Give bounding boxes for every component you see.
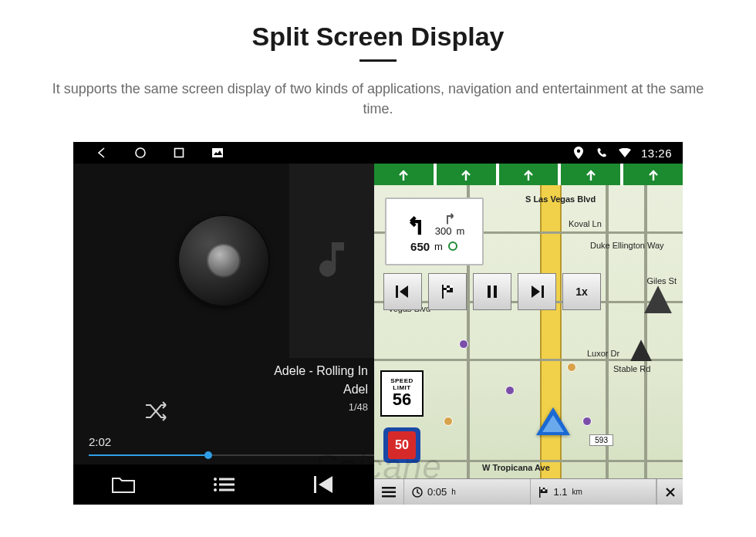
track-info: Adele - Rolling In Adel 1/48	[274, 364, 368, 413]
title-underline	[359, 59, 397, 62]
playback-progress[interactable]: 2:02	[89, 435, 374, 456]
sim-speed-button[interactable]: 1x	[562, 273, 601, 310]
remaining-distance-value: 1.1	[554, 486, 568, 498]
svg-rect-17	[444, 290, 447, 292]
disc-icon	[177, 214, 270, 307]
page-title: Split Screen Display	[252, 22, 505, 52]
map-label-duke: Duke Ellington Way	[590, 241, 664, 250]
track-index: 1/48	[274, 401, 368, 413]
svg-rect-16	[450, 285, 453, 288]
svg-rect-12	[442, 285, 444, 299]
svg-rect-11	[396, 285, 398, 298]
svg-point-5	[214, 483, 217, 486]
svg-rect-2	[212, 148, 223, 157]
sim-flag-button[interactable]	[428, 273, 467, 310]
music-player-pane: Adele - Rolling In Adel 1/48 2:02	[73, 164, 374, 505]
home-icon[interactable]	[133, 146, 147, 160]
map-label-koval: Koval Ln	[569, 219, 602, 228]
svg-rect-19	[494, 285, 497, 298]
nav-close-button[interactable]	[656, 479, 683, 505]
remaining-distance-unit: km	[572, 488, 582, 496]
sim-controls: 1x	[383, 273, 601, 310]
turn-right-small-icon	[443, 211, 457, 225]
nav-remaining-distance: 1.1 km	[531, 479, 657, 505]
turn-left-icon	[404, 211, 430, 237]
vehicle-cursor-icon	[536, 407, 570, 435]
clock-icon	[412, 487, 423, 498]
svg-rect-22	[382, 491, 396, 493]
svg-rect-28	[542, 489, 545, 491]
statusbar-clock: 13:26	[641, 147, 672, 160]
nav-menu-button[interactable]	[374, 479, 404, 505]
speed-limit-label1: SPEED	[390, 377, 413, 384]
sim-pause-button[interactable]	[473, 273, 511, 310]
speed-limit-sign: SPEED LIMIT 56	[380, 370, 424, 417]
svg-rect-27	[540, 488, 542, 489]
wifi-icon	[618, 146, 632, 160]
svg-point-10	[449, 242, 457, 250]
svg-point-3	[214, 478, 217, 481]
track-artist: Adel	[274, 383, 368, 397]
picture-icon[interactable]	[211, 146, 224, 160]
shuffle-button[interactable]	[144, 401, 170, 421]
svg-rect-21	[382, 487, 396, 489]
svg-rect-4	[219, 478, 235, 481]
svg-rect-23	[382, 495, 396, 498]
svg-rect-20	[542, 285, 544, 298]
music-toolbar	[73, 464, 374, 505]
flag-icon	[538, 487, 549, 498]
map-label-stable: Stable Rd	[613, 364, 650, 373]
svg-rect-15	[447, 288, 450, 290]
svg-point-0	[136, 148, 145, 157]
android-statusbar: 13:26	[73, 142, 683, 164]
elapsed-time: 2:02	[89, 435, 374, 448]
map-label-reno: E Reno Ave	[681, 361, 683, 406]
nav-bottom-bar: 0:05 h 1.1 km	[374, 478, 683, 505]
sim-prev-button[interactable]	[383, 273, 422, 310]
turn-instruction-card: 300m 650 m	[385, 198, 484, 265]
navigation-pane: S Las Vegas Blvd Koval Ln Duke Ellington…	[374, 164, 683, 505]
turn-distance-unit: m	[434, 241, 443, 252]
nav-eta-time: 0:05 h	[404, 479, 531, 505]
eta-time-unit: h	[451, 488, 456, 496]
open-folder-button[interactable]	[73, 464, 174, 505]
turn-distance: 650	[410, 240, 430, 253]
svg-rect-18	[488, 285, 491, 298]
playlist-button[interactable]	[174, 464, 274, 505]
map-label-luxor: Luxor Dr	[587, 349, 619, 358]
previous-button[interactable]	[274, 464, 374, 505]
album-art-area	[73, 164, 374, 358]
recent-apps-icon[interactable]	[172, 146, 186, 160]
svg-rect-29	[545, 488, 547, 489]
device-frame: 13:26 Adele - Rolling In Adel 1/48	[73, 142, 683, 505]
next-turn-distance: 300	[435, 225, 452, 237]
svg-rect-8	[219, 489, 235, 491]
map-label-tropicana: W Tropicana Ave	[482, 463, 550, 472]
speed-limit-value: 56	[393, 390, 411, 410]
page-subtitle: It supports the same screen display of t…	[39, 79, 717, 119]
lane-guidance-bar	[374, 164, 683, 185]
svg-rect-9	[314, 476, 316, 493]
eta-time-value: 0:05	[427, 486, 447, 498]
next-turn-unit: m	[456, 225, 464, 237]
sim-next-button[interactable]	[518, 273, 556, 310]
phone-icon	[595, 146, 609, 160]
map-label-giles: Giles St	[646, 276, 677, 285]
route-shield: 50	[383, 427, 420, 463]
svg-rect-6	[219, 484, 235, 486]
back-icon[interactable]	[95, 146, 109, 160]
route-shield-value: 50	[388, 431, 416, 459]
album-placeholder	[289, 164, 374, 358]
svg-point-7	[214, 488, 217, 491]
svg-rect-14	[444, 285, 447, 288]
svg-rect-25	[539, 487, 541, 498]
map-label-main: S Las Vegas Blvd	[525, 194, 596, 204]
track-title: Adele - Rolling In	[274, 364, 368, 378]
address-badge: 593	[589, 434, 613, 446]
svg-rect-1	[175, 149, 184, 157]
location-icon	[572, 146, 586, 160]
